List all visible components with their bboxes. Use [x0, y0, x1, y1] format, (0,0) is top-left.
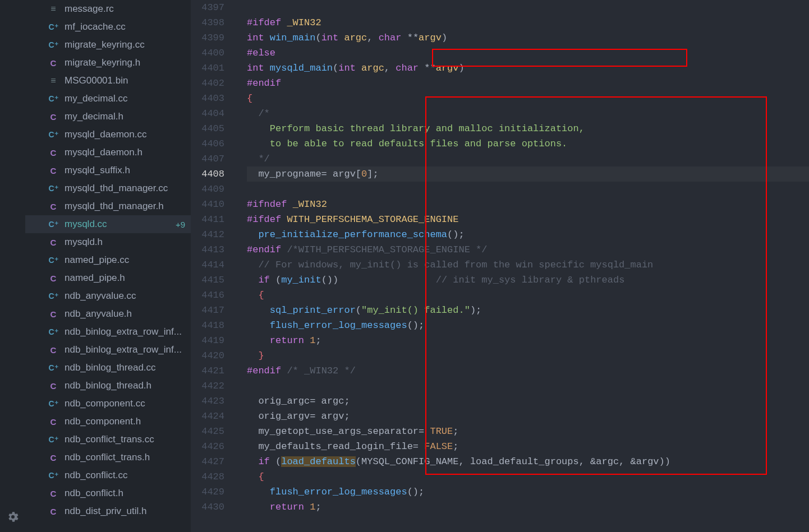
code-line[interactable]: my_getopt_use_args_separator= TRUE; [247, 424, 809, 439]
code-line[interactable]: #ifndef _WIN32 [247, 197, 809, 212]
file-ndb_anyvalue.h[interactable]: Cndb_anyvalue.h [25, 305, 191, 323]
c-header-icon: C [48, 380, 59, 391]
code-line[interactable]: */ [247, 151, 809, 166]
cpp-icon: C⁺ [48, 21, 59, 33]
code-line[interactable]: flush_error_log_messages(); [247, 318, 809, 333]
file-migrate_keyring.h[interactable]: Cmigrate_keyring.h [25, 54, 191, 72]
activity-bar [0, 0, 25, 532]
token: ; [315, 502, 321, 512]
file-message.rc[interactable]: ≡message.rc [25, 0, 191, 18]
file-mysqld_daemon.cc[interactable]: C⁺mysqld_daemon.cc [25, 126, 191, 144]
code-editor[interactable]: 4397439843994400440144024403440444054406… [191, 0, 809, 532]
code-line[interactable]: { [247, 469, 809, 484]
file-ndb_conflict_trans.h[interactable]: Cndb_conflict_trans.h [25, 448, 191, 466]
token [304, 502, 310, 512]
code-line[interactable]: #endif /* _WIN32 */ [247, 363, 809, 378]
file-mysqld_thd_manager.h[interactable]: Cmysqld_thd_manager.h [25, 197, 191, 215]
code-line[interactable]: my_defaults_read_login_file= FALSE; [247, 439, 809, 454]
code-line[interactable]: // For windows, my_init() is called from… [247, 257, 809, 272]
file-ndb_binlog_thread.h[interactable]: Cndb_binlog_thread.h [25, 377, 191, 395]
code-line[interactable]: #ifdef _WIN32 [247, 15, 809, 30]
file-mysqld.h[interactable]: Cmysqld.h [25, 233, 191, 251]
token [247, 335, 270, 346]
code-line[interactable]: if (my_init()) // init my_sys library & … [247, 272, 809, 288]
token: ; [453, 426, 458, 437]
code-line[interactable] [247, 182, 809, 197]
code-line[interactable] [247, 378, 809, 394]
token [247, 320, 270, 331]
code-line[interactable]: #ifdef WITH_PERFSCHEMA_STORAGE_ENGINE [247, 212, 809, 227]
file-MSG00001.bin[interactable]: ≡MSG00001.bin [25, 72, 191, 90]
file-mysqld_suffix.h[interactable]: Cmysqld_suffix.h [25, 161, 191, 179]
code-line[interactable]: return 1; [247, 499, 809, 515]
file-ndb_conflict_trans.cc[interactable]: C⁺ndb_conflict_trans.cc [25, 431, 191, 448]
code-line[interactable]: Perform basic thread library and malloc … [247, 121, 809, 136]
token: _WIN32 [293, 199, 327, 210]
code-line[interactable]: { [247, 91, 809, 106]
code-line[interactable] [247, 0, 809, 15]
token: // For windows, my_init() is called from… [258, 260, 653, 270]
code-line[interactable]: int mysqld_main(int argc, char **argv) [247, 61, 809, 76]
code-line[interactable]: orig_argc= argc; [247, 394, 809, 409]
file-mysqld_daemon.h[interactable]: Cmysqld_daemon.h [25, 144, 191, 161]
c-header-icon: C [48, 488, 59, 499]
file-ndb_binlog_thread.cc[interactable]: C⁺ndb_binlog_thread.cc [25, 359, 191, 377]
code-line[interactable]: orig_argv= argv; [247, 409, 809, 424]
code-line[interactable]: #else [247, 45, 809, 61]
line-number: 4421 [191, 363, 242, 378]
git-badge: +9 [176, 220, 185, 229]
code-line[interactable]: flush_error_log_messages(); [247, 484, 809, 499]
code-line[interactable]: #endif /*WITH_PERFSCHEMA_STORAGE_ENGINE … [247, 242, 809, 257]
token: WITH_PERFSCHEMA_STORAGE_ENGINE [287, 214, 458, 225]
file-label: mf_iocache.cc [65, 21, 126, 33]
line-number: 4429 [191, 484, 242, 499]
file-my_decimal.cc[interactable]: C⁺my_decimal.cc [25, 90, 191, 108]
file-tree[interactable]: ≡message.rcC⁺mf_iocache.ccC⁺migrate_keyr… [25, 0, 191, 532]
token [247, 260, 258, 270]
token: #ifdef [247, 214, 287, 225]
file-migrate_keyring.cc[interactable]: C⁺migrate_keyring.cc [25, 36, 191, 54]
file-mf_iocache.cc[interactable]: C⁺mf_iocache.cc [25, 18, 191, 36]
file-ndb_component.h[interactable]: Cndb_component.h [25, 413, 191, 431]
file-label: named_pipe.cc [65, 255, 129, 266]
file-ndb_conflict.h[interactable]: Cndb_conflict.h [25, 484, 191, 502]
token [247, 108, 258, 119]
file-my_decimal.h[interactable]: Cmy_decimal.h [25, 108, 191, 126]
c-header-icon: C [48, 147, 59, 158]
file-mysqld_thd_manager.cc[interactable]: C⁺mysqld_thd_manager.cc [25, 179, 191, 197]
line-number: 4427 [191, 454, 242, 469]
file-named_pipe.cc[interactable]: C⁺named_pipe.cc [25, 251, 191, 269]
file-ndb_binlog_extra_row_inf...[interactable]: C⁺ndb_binlog_extra_row_inf... [25, 323, 191, 341]
token: TRUE [430, 426, 453, 437]
file-ndb_conflict.cc[interactable]: C⁺ndb_conflict.cc [25, 466, 191, 484]
file-ndb_component.cc[interactable]: C⁺ndb_component.cc [25, 395, 191, 413]
code-line[interactable]: pre_initialize_performance_schema(); [247, 227, 809, 242]
code-line[interactable]: int win_main(int argc, char **argv) [247, 30, 809, 45]
file-label: ndb_anyvalue.cc [65, 290, 136, 302]
token: ()) [321, 275, 436, 285]
file-ndb_dist_priv_util.h[interactable]: Cndb_dist_priv_util.h [25, 502, 191, 520]
token: argv [419, 33, 442, 43]
file-label: mysqld_daemon.cc [65, 129, 146, 140]
code-line[interactable]: sql_print_error("my_init() failed."); [247, 303, 809, 318]
gear-icon[interactable] [6, 510, 20, 526]
token: ( [315, 33, 321, 43]
code-line[interactable]: #endif [247, 76, 809, 91]
code-area[interactable]: #ifdef _WIN32int win_main(int argc, char… [242, 0, 809, 532]
file-mysqld.cc[interactable]: C⁺mysqld.cc+9 [25, 215, 191, 233]
file-ndb_binlog_extra_row_inf...[interactable]: Cndb_binlog_extra_row_inf... [25, 341, 191, 359]
file-named_pipe.h[interactable]: Cnamed_pipe.h [25, 269, 191, 287]
code-line[interactable]: to be able to read defaults files and pa… [247, 136, 809, 151]
code-line[interactable]: if (load_defaults(MYSQL_CONFIG_NAME, loa… [247, 454, 809, 469]
token: { [247, 93, 252, 104]
code-line[interactable]: { [247, 288, 809, 303]
code-line[interactable]: /* [247, 106, 809, 121]
c-header-icon: C [48, 201, 59, 212]
code-line[interactable]: } [247, 348, 809, 363]
token: sql_print_error [270, 305, 356, 316]
code-line[interactable]: return 1; [247, 333, 809, 348]
token: #ifndef [247, 199, 293, 210]
c-header-icon: C [48, 57, 59, 68]
file-ndb_anyvalue.cc[interactable]: C⁺ndb_anyvalue.cc [25, 287, 191, 305]
code-line[interactable]: my_progname= argv[0]; [247, 166, 809, 182]
